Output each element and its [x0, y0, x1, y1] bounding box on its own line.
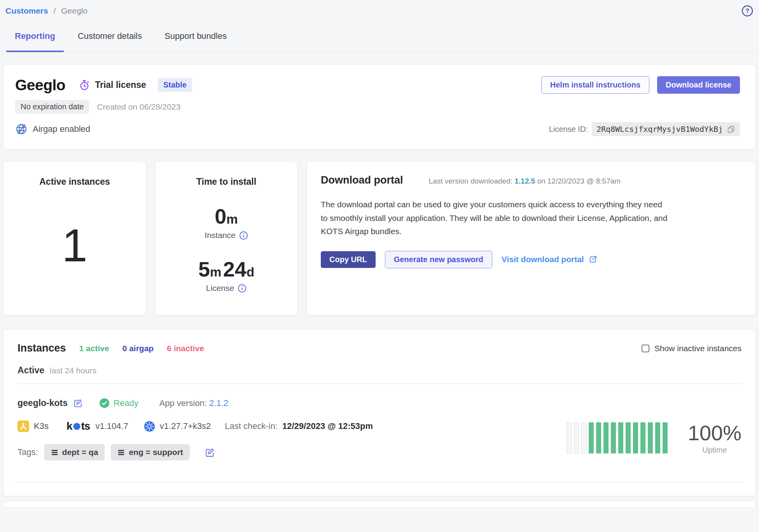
kots-logo: k ts: [66, 420, 90, 432]
active-section-title: Active: [17, 365, 44, 376]
uptime-bar: [618, 422, 623, 453]
active-instances-count: 1: [62, 187, 87, 315]
last-version-downloaded: Last version downloaded: 1.12.5 on 12/20…: [429, 177, 621, 186]
tag-chip: eng = support: [111, 444, 189, 460]
kots-version: v1.104.7: [95, 421, 128, 431]
copy-icon[interactable]: [727, 125, 735, 133]
visit-download-portal-link[interactable]: Visit download portal: [502, 255, 597, 264]
license-time-unit-2: d: [247, 265, 254, 279]
copy-url-button[interactable]: Copy URL: [321, 251, 376, 268]
instance-name: geeglo-kots: [17, 398, 68, 408]
license-time-unit-1: m: [210, 265, 221, 279]
tab-customer-details[interactable]: Customer details: [69, 26, 150, 51]
generate-new-password-button[interactable]: Generate new password: [385, 251, 492, 268]
breadcrumb-current: Geeglo: [61, 6, 87, 15]
last-checkin-value: 12/29/2023 @ 12:53pm: [282, 421, 373, 431]
uptime-bar: [574, 422, 579, 453]
stopwatch-icon: [79, 79, 90, 91]
tab-reporting[interactable]: Reporting: [6, 26, 64, 52]
uptime-bars: [567, 422, 668, 453]
last-version-date: on 12/20/2023 @ 8:57am: [537, 177, 621, 185]
app-version-label: App version:: [159, 398, 207, 408]
instances-card: Instances 1 active 0 airgap 6 inactive S…: [3, 329, 756, 496]
airgap-count[interactable]: 0 airgap: [122, 344, 154, 353]
instance-row: geeglo-kots Ready App ve: [17, 398, 742, 460]
last-version-link[interactable]: 1.12.5: [514, 177, 535, 185]
help-icon[interactable]: ?: [741, 5, 754, 17]
uptime-bar: [603, 422, 609, 453]
tag-label: dept = qa: [62, 448, 98, 457]
globe-slash-icon: [15, 123, 28, 135]
app-version-link[interactable]: 2.1.2: [209, 398, 228, 408]
divider: [17, 383, 742, 384]
uptime-bar: [611, 422, 616, 453]
breadcrumb-customers-link[interactable]: Customers: [5, 6, 48, 15]
active-count[interactable]: 1 active: [79, 344, 109, 353]
stats-row: Active instances 1 Time to install 0m In…: [3, 161, 756, 315]
expiration-badge: No expiration date: [15, 100, 89, 114]
svg-text:?: ?: [745, 8, 749, 14]
time-to-install-title: Time to install: [196, 177, 256, 187]
uptime-label: Uptime: [688, 446, 742, 455]
last-checkin-label: Last check-in:: [225, 421, 278, 431]
show-inactive-checkbox[interactable]: [642, 345, 649, 352]
download-portal-title: Download portal: [321, 174, 403, 186]
info-icon[interactable]: [239, 231, 248, 240]
download-license-button[interactable]: Download license: [657, 76, 740, 94]
time-to-install-card: Time to install 0m Instance 5m 24d: [155, 161, 298, 315]
instance-time-label: Instance: [205, 231, 235, 240]
license-install-time: 5m 24d License: [198, 257, 254, 293]
uptime-bar: [581, 422, 586, 453]
channel-badge: Stable: [158, 78, 192, 92]
license-type: Trial license: [79, 79, 146, 91]
uptime-bar: [589, 422, 594, 453]
license-summary-card: Geeglo Trial license Stable Helm install…: [3, 64, 756, 150]
check-circle-icon: [99, 398, 110, 408]
instance-time-unit: m: [226, 212, 238, 226]
kubernetes-version-label: v1.27.7+k3s2: [160, 421, 211, 431]
helm-install-instructions-button[interactable]: Helm install instructions: [541, 76, 649, 94]
breadcrumb: Customers / Geeglo: [5, 6, 87, 16]
airgap-status: Airgap enabled: [15, 123, 90, 135]
uptime-bar: [567, 422, 572, 453]
kots-logo-k: k: [66, 420, 72, 432]
download-portal-description: The download portal can be used to give …: [321, 198, 671, 238]
edit-instance-name-icon[interactable]: [73, 398, 83, 408]
instance-install-time: 0m Instance: [205, 204, 248, 240]
uptime-panel: 100% Uptime: [567, 415, 742, 460]
instances-title: Instances: [17, 342, 66, 354]
license-id-value: 2Rq8WLcsjfxqrMysjvB1WodYkBj: [596, 124, 723, 134]
uptime-bar: [640, 422, 645, 453]
license-id-chip: 2Rq8WLcsjfxqrMysjvB1WodYkBj: [592, 122, 740, 136]
uptime-bar: [655, 422, 660, 453]
instance-time-value: 0: [215, 205, 226, 228]
customer-reporting-page: Customers / Geeglo ? Reporting Customer …: [0, 0, 759, 507]
instance-status-label: Ready: [114, 398, 138, 408]
external-link-icon: [589, 255, 597, 264]
show-inactive-toggle[interactable]: Show inactive instances: [642, 344, 742, 353]
tags-label: Tags:: [17, 447, 38, 457]
info-icon[interactable]: [238, 284, 247, 293]
airgap-label: Airgap enabled: [33, 124, 90, 134]
app-version: App version: 2.1.2: [159, 398, 228, 408]
license-id-label: License ID:: [549, 125, 588, 134]
next-section-card-edge: [3, 501, 756, 507]
edit-tags-icon[interactable]: [205, 447, 215, 458]
k3s-icon: [17, 420, 29, 432]
license-time-value-1: 5: [198, 257, 210, 281]
active-instances-title: Active instances: [39, 177, 110, 187]
inactive-count[interactable]: 6 inactive: [167, 344, 204, 353]
show-inactive-label: Show inactive instances: [654, 344, 742, 353]
kots-logo-ts: ts: [81, 420, 90, 432]
tab-support-bundles[interactable]: Support bundles: [156, 26, 235, 51]
breadcrumb-separator: /: [54, 6, 56, 15]
distribution: K3s: [17, 420, 49, 432]
uptime-bar: [596, 422, 601, 453]
license-time-label: License: [206, 284, 234, 293]
visit-download-portal-label: Visit download portal: [502, 255, 584, 264]
distribution-label: K3s: [34, 421, 49, 431]
uptime-bar: [663, 422, 668, 453]
uptime-bar: [633, 422, 638, 453]
instance-status: Ready: [99, 398, 138, 408]
tag-chip: dept = qa: [44, 444, 105, 460]
